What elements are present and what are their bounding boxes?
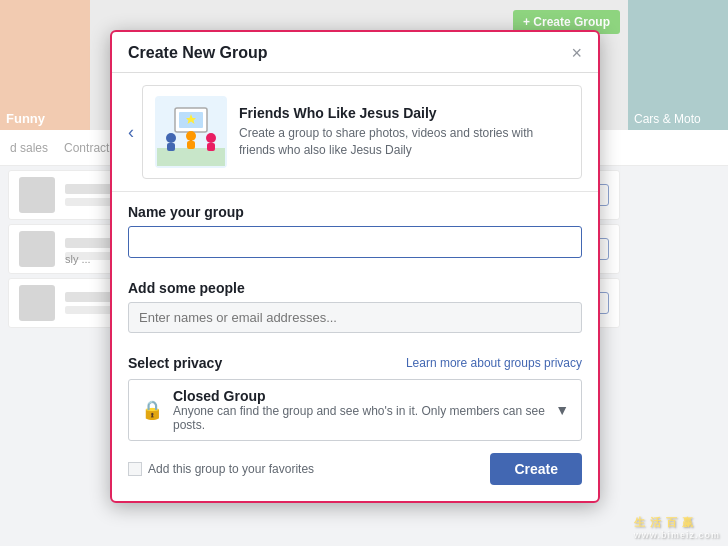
privacy-section: Select privacy Learn more about groups p… xyxy=(112,343,598,441)
carousel-left-arrow[interactable]: ‹ xyxy=(128,122,134,143)
svg-point-9 xyxy=(186,131,196,141)
modal-footer: Add this group to your favorites Create xyxy=(112,441,598,485)
create-group-modal: Create New Group × ‹ xyxy=(110,30,600,503)
name-group-label: Name your group xyxy=(128,204,582,220)
suggestion-title: Friends Who Like Jesus Daily xyxy=(239,105,569,121)
svg-rect-10 xyxy=(187,141,195,149)
suggestion-carousel: ‹ xyxy=(112,73,598,192)
modal-title: Create New Group xyxy=(128,44,268,62)
close-button[interactable]: × xyxy=(571,44,582,62)
chevron-down-icon: ▼ xyxy=(555,402,569,418)
svg-rect-6 xyxy=(167,143,175,151)
lock-icon: 🔒 xyxy=(141,399,163,421)
create-button[interactable]: Create xyxy=(490,453,582,485)
svg-point-5 xyxy=(166,133,176,143)
favorites-checkbox-area: Add this group to your favorites xyxy=(128,462,314,476)
suggestion-description: Create a group to share photos, videos a… xyxy=(239,125,569,159)
svg-rect-8 xyxy=(207,143,215,151)
add-people-label: Add some people xyxy=(128,280,582,296)
svg-rect-1 xyxy=(157,148,225,166)
privacy-info: Closed Group Anyone can find the group a… xyxy=(173,388,545,432)
privacy-header: Select privacy Learn more about groups p… xyxy=(128,355,582,371)
privacy-desc: Anyone can find the group and see who's … xyxy=(173,404,545,432)
suggestion-info: Friends Who Like Jesus Daily Create a gr… xyxy=(239,105,569,159)
modal-header: Create New Group × xyxy=(112,32,598,73)
name-group-section: Name your group xyxy=(112,192,598,258)
add-people-section: Add some people xyxy=(112,268,598,333)
suggestion-card: Friends Who Like Jesus Daily Create a gr… xyxy=(142,85,582,179)
privacy-dropdown[interactable]: 🔒 Closed Group Anyone can find the group… xyxy=(128,379,582,441)
group-name-input[interactable] xyxy=(128,226,582,258)
privacy-type: Closed Group xyxy=(173,388,545,404)
favorites-label: Add this group to your favorites xyxy=(148,462,314,476)
privacy-learn-more-link[interactable]: Learn more about groups privacy xyxy=(406,356,582,370)
suggestion-icon xyxy=(155,96,227,168)
svg-point-7 xyxy=(206,133,216,143)
add-people-input[interactable] xyxy=(128,302,582,333)
favorites-checkbox[interactable] xyxy=(128,462,142,476)
privacy-label: Select privacy xyxy=(128,355,222,371)
